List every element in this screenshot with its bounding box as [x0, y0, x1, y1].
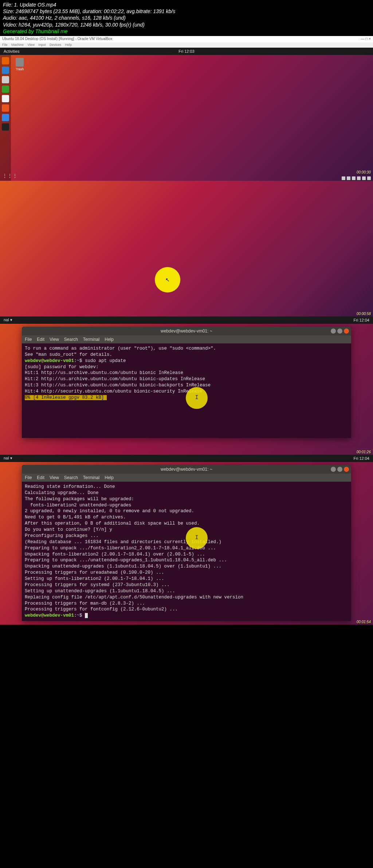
clock-label[interactable]: Fri 12:03	[178, 49, 194, 53]
status-icon	[352, 176, 356, 180]
cursor-block	[104, 395, 107, 400]
term-line: Unpacking unattended-upgrades (1.1ubuntu…	[25, 564, 348, 570]
terminal-window: webdev@webdev-vm01: ~ File Edit View Sea…	[22, 327, 351, 438]
dock-amazon-icon[interactable]	[2, 123, 9, 131]
maximize-button[interactable]	[337, 329, 342, 334]
term-menu-help[interactable]: Help	[105, 475, 114, 480]
vm-menu-view[interactable]: View	[28, 43, 35, 47]
trash-bin-icon	[16, 58, 24, 67]
term-menu-search[interactable]: Search	[64, 475, 78, 480]
prompt-path: ~	[77, 358, 80, 363]
progress-text: 0% [4 InRelease gpgv 83.2 kB]	[25, 395, 104, 400]
term-line: The following packages will be upgraded:	[25, 496, 348, 502]
term-menu-view[interactable]: View	[50, 337, 59, 342]
metadata-header: File: 1. Update OS.mp4 Size: 24698747 by…	[0, 0, 373, 36]
term-menu-file[interactable]: File	[25, 475, 32, 480]
timestamp-label: 00:00:30	[357, 170, 371, 174]
terminal-titlebar[interactable]: webdev@webdev-vm01: ~	[22, 465, 351, 474]
term-command: sudo apt update	[85, 358, 126, 363]
dock-files-icon[interactable]	[2, 76, 9, 83]
frame-4: nal ▾ Fri 12:04 webdev@webdev-vm01: ~ Fi…	[0, 455, 373, 625]
terminal-titlebar[interactable]: webdev@webdev-vm01: ~	[22, 327, 351, 335]
term-menu-edit[interactable]: Edit	[37, 337, 44, 342]
desktop-area: Trash 00:00:30 ⋮⋮⋮	[0, 55, 373, 181]
term-line: Replacing config file /etc/apt/apt.conf.…	[25, 594, 348, 601]
term-menu-edit[interactable]: Edit	[37, 475, 44, 480]
cursor-block	[85, 613, 88, 618]
terminal-menubar: File Edit View Search Terminal Help	[22, 335, 351, 343]
terminal-menubar: File Edit View Search Terminal Help	[22, 474, 351, 482]
maximize-button[interactable]	[337, 467, 342, 472]
status-icon	[357, 176, 361, 180]
vm-menu-help[interactable]: Help	[65, 43, 72, 47]
gnome-topbar: Activities Fri 12:03	[0, 48, 373, 55]
vm-statusbar	[342, 176, 371, 180]
vm-title: Ubuntu 18.04 Desktop (OS Install) [Runni…	[2, 37, 112, 42]
terminal-app-indicator[interactable]: nal ▾	[4, 456, 12, 461]
cursor-highlight: I	[186, 387, 208, 409]
dock-thunderbird-icon[interactable]	[2, 67, 9, 74]
term-menu-terminal[interactable]: Terminal	[83, 475, 99, 480]
dock	[0, 55, 11, 181]
term-menu-search[interactable]: Search	[64, 337, 78, 342]
status-icon	[367, 176, 371, 180]
clock-label[interactable]: Fri 12:04	[354, 456, 369, 461]
video-line: Video: h264, yuv420p, 1280x720, 1246 kb/…	[3, 21, 370, 28]
dock-rhythmbox-icon[interactable]	[2, 85, 9, 93]
show-apps-icon[interactable]: ⋮⋮⋮	[2, 173, 9, 179]
term-menu-file[interactable]: File	[25, 337, 32, 342]
dock-writer-icon[interactable]	[2, 95, 9, 102]
trash-label: Trash	[15, 67, 25, 71]
vm-menu-input[interactable]: Input	[38, 43, 46, 47]
audio-line: Audio: aac, 44100 Hz, 2 channels, s16, 1…	[3, 15, 370, 21]
frame-2: ↖ 00:00:58	[0, 181, 373, 316]
prompt-user: webdev@webdev-vm01	[25, 613, 74, 618]
term-line: To run a command as administrator (user …	[25, 346, 348, 352]
term-menu-help[interactable]: Help	[105, 337, 114, 342]
gnome-topbar: nal ▾ Fri 12:04	[0, 455, 373, 462]
frame-3: nal ▾ Fri 12:04 webdev@webdev-vm01: ~ Fi…	[0, 316, 373, 455]
file-line: File: 1. Update OS.mp4	[3, 1, 370, 8]
vm-menubar[interactable]: File Machine View Input Devices Help	[0, 43, 373, 48]
terminal-title: webdev@webdev-vm01: ~	[161, 467, 212, 472]
term-line: Reading state information... Done	[25, 484, 348, 490]
dock-firefox-icon[interactable]	[2, 57, 9, 64]
minimize-button[interactable]	[331, 329, 336, 334]
vm-menu-file[interactable]: File	[2, 43, 8, 47]
vm-menu-devices[interactable]: Devices	[50, 43, 61, 47]
term-line: Do you want to continue? [Y/n] y	[25, 527, 348, 533]
dock-software-icon[interactable]	[2, 104, 9, 112]
terminal-body[interactable]: To run a command as administrator (user …	[22, 343, 351, 438]
term-line: Setting up fonts-liberation2 (2.00.1-7~1…	[25, 576, 348, 582]
close-button[interactable]	[344, 467, 349, 472]
dock-help-icon[interactable]	[2, 114, 9, 121]
window-controls	[331, 467, 349, 472]
trash-icon[interactable]: Trash	[15, 58, 25, 71]
activities-button[interactable]: Activities	[4, 49, 19, 53]
terminal-app-indicator[interactable]: nal ▾	[4, 318, 12, 322]
minimize-button[interactable]	[331, 467, 336, 472]
term-prompt-line: webdev@webdev-vm01:~$	[25, 613, 348, 619]
vm-menu-machine[interactable]: Machine	[11, 43, 24, 47]
close-button[interactable]	[344, 329, 349, 334]
clock-label[interactable]: Fri 12:04	[354, 318, 369, 322]
desktop-body[interactable]: Trash 00:00:30	[11, 55, 373, 181]
term-line: See "man sudo_root" for details.	[25, 352, 348, 358]
term-line: Processing triggers for ureadahead (0.10…	[25, 570, 348, 576]
terminal-body[interactable]: Reading state information... Done Calcul…	[22, 482, 351, 621]
term-line: Hit:2 http://us.archive.ubuntu.com/ubunt…	[25, 376, 348, 382]
term-menu-view[interactable]: View	[50, 475, 59, 480]
term-line: Preparing to unpack .../fonts-liberation…	[25, 545, 348, 552]
gnome-topbar: nal ▾ Fri 12:04	[0, 316, 373, 324]
term-line: Setting up unattended-upgrades (1.1ubunt…	[25, 588, 348, 594]
window-controls	[331, 329, 349, 334]
term-line: Processing triggers for man-db (2.8.3-2)…	[25, 601, 348, 607]
timestamp-label: 00:00:58	[357, 312, 371, 316]
term-line: Need to get 0 B/1,491 kB of archives.	[25, 514, 348, 521]
vm-titlebar[interactable]: Ubuntu 18.04 Desktop (OS Install) [Runni…	[0, 36, 373, 43]
vm-window-controls[interactable]: — □ ×	[361, 37, 371, 42]
term-menu-terminal[interactable]: Terminal	[83, 337, 99, 342]
prompt-suffix: $	[79, 613, 85, 618]
terminal-title: webdev@webdev-vm01: ~	[161, 329, 212, 334]
cursor-ibeam-icon: I	[195, 394, 199, 402]
